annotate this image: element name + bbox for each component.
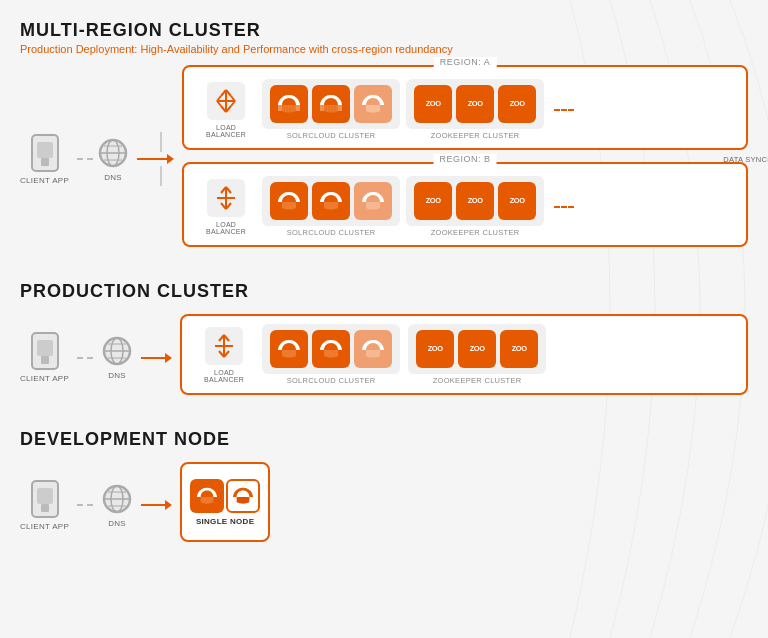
lb-a: LOAD BALANCER [196, 82, 256, 138]
solrcloud-cluster-production: SOLRCLOUD CLUSTER [262, 324, 400, 385]
solr-node-b3 [354, 182, 392, 220]
solr-prod-1 [270, 330, 308, 368]
solrcloud-cluster-a: SOLRCLOUD CLUSTER [262, 79, 400, 140]
region-a-box: REGION: A [182, 65, 748, 150]
dns-icon-multiregion: DNS [97, 137, 129, 182]
data-sync-label: DATA SYNCRONIZATION [723, 155, 768, 164]
solr-node-b2 [312, 182, 350, 220]
solr-prod-3 [354, 330, 392, 368]
solr-node-a1 [270, 85, 308, 123]
zookeeper-cluster-production: ZOO ZOO ZOO ZOOKEEPER CLUSTER [408, 324, 546, 385]
zoo-node-b3: ZOO [498, 182, 536, 220]
single-node-icon-2 [226, 479, 260, 513]
production-section: PRODUCTION CLUSTER CLIENT APP DNS [20, 281, 748, 401]
zoo-prod-1: ZOO [416, 330, 454, 368]
lb-production: LOAD BALANCER [194, 327, 254, 383]
zoo-prod-2: ZOO [458, 330, 496, 368]
region-b-box: REGION: B LOAD BALANCER [182, 162, 748, 247]
zoo-node-a1: ZOO [414, 85, 452, 123]
multi-region-title: MULTI-REGION CLUSTER [20, 20, 748, 41]
solr-node-b1 [270, 182, 308, 220]
solr-prod-2 [312, 330, 350, 368]
single-node-box: SINGLE NODE [180, 462, 270, 542]
zoo-node-a2: ZOO [456, 85, 494, 123]
development-title: DEVELOPMENT NODE [20, 429, 748, 450]
development-section: DEVELOPMENT NODE CLIENT APP DNS [20, 429, 748, 548]
zoo-node-b2: ZOO [456, 182, 494, 220]
dns-icon-production: DNS [101, 335, 133, 380]
client-app-icon-production: CLIENT APP [20, 332, 69, 383]
zoo-node-b1: ZOO [414, 182, 452, 220]
client-app-icon-multiregion: CLIENT APP [20, 134, 69, 185]
single-node-icon [190, 479, 224, 513]
lb-b: LOAD BALANCER [196, 179, 256, 235]
zoo-prod-3: ZOO [500, 330, 538, 368]
zookeeper-cluster-b: ZOO ZOO ZOO ZOOKEEPER CLUSTER [406, 176, 544, 237]
solr-node-a3 [354, 85, 392, 123]
multi-region-section: MULTI-REGION CLUSTER Production Deployme… [20, 20, 748, 253]
multi-region-subtitle: Production Deployment: High-Availability… [20, 43, 748, 55]
zookeeper-cluster-a: ZOO ZOO ZOO ZOOKEEPER CLUSTER [406, 79, 544, 140]
production-title: PRODUCTION CLUSTER [20, 281, 748, 302]
dns-icon-development: DNS [101, 483, 133, 528]
solr-node-a2 [312, 85, 350, 123]
solrcloud-cluster-b: SOLRCLOUD CLUSTER [262, 176, 400, 237]
zoo-node-a3: ZOO [498, 85, 536, 123]
client-app-icon-development: CLIENT APP [20, 480, 69, 531]
production-cluster-box: LOAD BALANCER [180, 314, 748, 395]
